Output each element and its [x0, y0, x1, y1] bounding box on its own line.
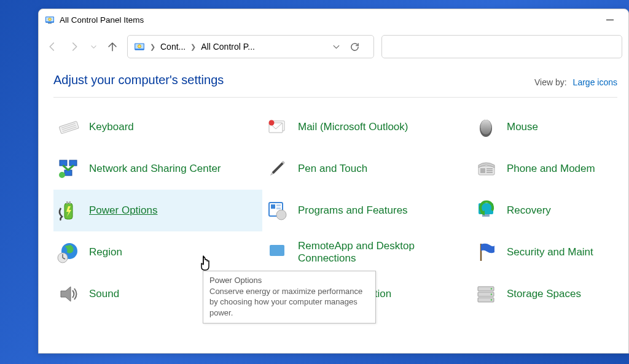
item-label: Security and Maint [507, 246, 593, 258]
address-dropdown-icon[interactable] [332, 43, 344, 51]
item-pen-touch[interactable]: Pen and Touch [262, 148, 471, 190]
mail-icon [265, 115, 289, 139]
item-power-options[interactable]: Power Options [53, 190, 262, 231]
svg-rect-34 [276, 204, 281, 206]
minimize-button[interactable] [596, 10, 623, 29]
breadcrumb-seg-1[interactable]: Cont... [160, 42, 186, 52]
refresh-button[interactable] [345, 37, 364, 56]
breadcrumb-seg-2[interactable]: All Control P... [201, 42, 255, 52]
svg-rect-30 [69, 201, 71, 204]
item-label: Storage Spaces [507, 288, 581, 300]
item-keyboard[interactable]: Keyboard [53, 106, 262, 148]
control-panel-addr-icon [134, 41, 145, 52]
svg-point-54 [491, 293, 492, 295]
item-label: RemoteApp and Desktop Connections [298, 240, 465, 265]
up-button[interactable] [105, 39, 120, 54]
svg-rect-25 [486, 168, 493, 169]
item-programs-features[interactable]: Programs and Features [262, 190, 471, 231]
item-label: Mouse [507, 121, 538, 133]
tooltip: Power Options Conserve energy or maximiz… [203, 271, 376, 323]
titlebar: All Control Panel Items [39, 9, 628, 30]
breadcrumb-sep-icon: ❯ [190, 43, 196, 51]
item-storage-spaces[interactable]: Storage Spaces [471, 273, 617, 315]
svg-rect-27 [486, 172, 493, 173]
svg-rect-33 [271, 204, 275, 209]
tooltip-body: Conserve energy or maximize performance … [209, 286, 369, 319]
item-mail[interactable]: Mail (Microsoft Outlook) [262, 106, 471, 148]
flag-icon [474, 240, 498, 265]
svg-marker-46 [61, 287, 71, 301]
item-remoteapp[interactable]: RemoteApp and Desktop Connections [262, 231, 471, 273]
svg-rect-44 [270, 245, 284, 256]
svg-rect-2 [48, 23, 52, 24]
window-title: All Control Panel Items [60, 15, 144, 25]
item-label: Pen and Touch [298, 163, 367, 175]
item-region[interactable]: Region [53, 231, 262, 273]
svg-rect-29 [66, 201, 68, 204]
svg-point-19 [59, 172, 65, 178]
view-by: View by: Large icons [534, 77, 617, 87]
sound-icon [56, 282, 80, 306]
svg-point-15 [480, 120, 491, 134]
svg-point-3 [49, 18, 52, 21]
keyboard-icon [56, 115, 80, 139]
control-panel-window: All Control Panel Items ❯ [38, 9, 629, 354]
svg-point-53 [491, 288, 492, 289]
pen-icon [265, 157, 289, 181]
storage-icon [474, 282, 498, 306]
item-recovery[interactable]: Recovery [471, 190, 617, 231]
content-header: Adjust your computer's settings View by:… [53, 73, 617, 98]
phone-icon [474, 157, 498, 181]
item-network-sharing[interactable]: Network and Sharing Center [53, 148, 262, 190]
window-controls [596, 10, 623, 29]
recovery-icon [474, 198, 498, 223]
back-button[interactable] [45, 39, 60, 54]
recent-dropdown[interactable] [89, 39, 98, 54]
view-by-label: View by: [534, 77, 567, 87]
svg-point-55 [491, 299, 492, 300]
programs-icon [265, 198, 289, 223]
item-security-maintenance[interactable]: Security and Maint [471, 231, 617, 273]
power-icon [56, 198, 80, 223]
item-mouse[interactable]: Mouse [471, 106, 617, 148]
page-title: Adjust your computer's settings [53, 73, 224, 87]
remoteapp-icon [265, 240, 289, 265]
item-label: Network and Sharing Center [89, 163, 221, 175]
svg-point-13 [269, 120, 275, 126]
item-label: Recovery [507, 204, 551, 217]
forward-button[interactable] [67, 39, 82, 54]
item-label: Keyboard [89, 121, 134, 133]
item-label: Programs and Features [298, 204, 408, 217]
search-input[interactable] [381, 35, 622, 58]
tooltip-title: Power Options [209, 275, 369, 286]
breadcrumb-sep-icon: ❯ [150, 43, 155, 51]
svg-point-6 [138, 45, 141, 48]
control-panel-icon [45, 15, 55, 25]
item-label: Mail (Microsoft Outlook) [298, 121, 408, 133]
item-label: Phone and Modem [507, 163, 595, 175]
region-icon [56, 240, 80, 265]
mouse-icon [474, 115, 498, 139]
svg-point-36 [276, 210, 286, 220]
svg-rect-35 [276, 207, 281, 209]
svg-rect-24 [480, 168, 485, 173]
view-by-dropdown[interactable]: Large icons [573, 77, 617, 87]
address-bar[interactable]: ❯ Cont... ❯ All Control P... [127, 35, 374, 58]
network-icon [56, 157, 80, 181]
item-phone-modem[interactable]: Phone and Modem [471, 148, 617, 190]
item-label: Power Options [89, 204, 158, 217]
item-label: Region [89, 246, 122, 258]
item-label: Sound [89, 288, 119, 300]
svg-rect-26 [486, 170, 493, 171]
toolbar: ❯ Cont... ❯ All Control P... [39, 30, 628, 66]
